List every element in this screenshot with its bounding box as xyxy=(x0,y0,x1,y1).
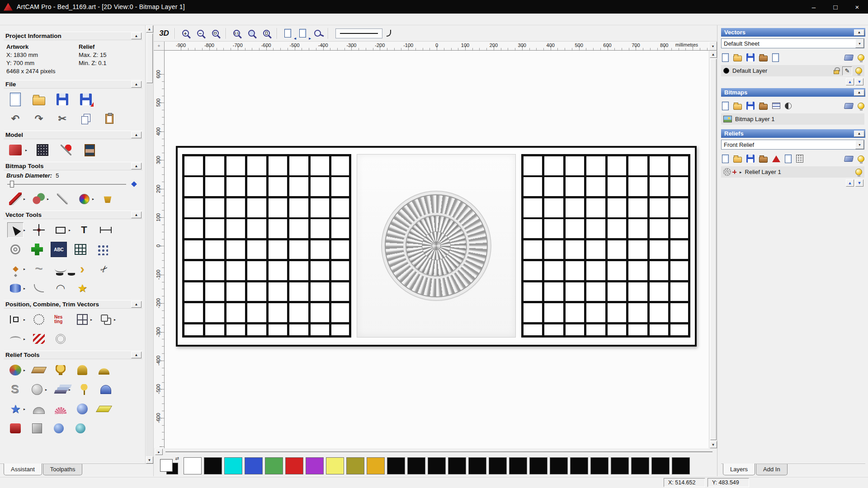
edit-layer-button[interactable]: ✎ xyxy=(842,66,852,75)
next-view-button[interactable]: ▸ xyxy=(296,27,309,40)
new-model-button[interactable] xyxy=(7,92,24,107)
palette-swatch[interactable] xyxy=(346,457,364,474)
set-position-button[interactable] xyxy=(58,142,74,158)
zoom-1to1-button[interactable]: 1:1 xyxy=(230,27,243,40)
import-bitmap-button[interactable] xyxy=(759,104,768,110)
block-copy-button[interactable] xyxy=(74,312,90,327)
scroll-track[interactable] xyxy=(146,33,153,456)
line-width-preview[interactable] xyxy=(335,28,382,38)
collapse-bitmap-tools-button[interactable]: ▲ xyxy=(131,163,142,169)
edit-model-button[interactable] xyxy=(7,142,24,158)
create-arc-button[interactable]: ◠ xyxy=(52,281,69,296)
align-vectors-button[interactable] xyxy=(7,312,24,327)
import-export-button[interactable] xyxy=(78,92,94,107)
palette-swatch[interactable] xyxy=(590,457,609,474)
group-vectors-button[interactable] xyxy=(98,312,114,327)
zoom-box-button[interactable] xyxy=(208,27,222,40)
palette-swatch[interactable] xyxy=(245,457,263,474)
open-vector-layer-button[interactable] xyxy=(733,56,742,61)
paint-selective-button[interactable] xyxy=(31,191,47,206)
import-vectors-button[interactable] xyxy=(759,56,768,61)
palette-swatch[interactable] xyxy=(204,457,222,474)
palette-swatch[interactable] xyxy=(407,457,425,474)
undo-button[interactable]: ↶ xyxy=(7,111,24,127)
clipped-tool-2[interactable] xyxy=(29,421,45,436)
artwork-bed-design[interactable] xyxy=(176,146,697,347)
transform-vectors-button[interactable] xyxy=(31,222,47,238)
greyscale-view-button[interactable] xyxy=(34,142,51,158)
canvas-scroll-down-button[interactable]: ▼ xyxy=(710,441,717,448)
palette-swatch[interactable] xyxy=(509,457,527,474)
scroll-down-button[interactable]: ▼ xyxy=(146,456,153,464)
open-bitmap-layer-button[interactable] xyxy=(733,104,742,110)
swap-colors-icon[interactable]: ⇄ xyxy=(175,456,179,461)
move-layer-up-button[interactable]: ▲ xyxy=(846,78,854,85)
collapse-reliefs-button[interactable]: ▲ xyxy=(854,131,864,137)
smoothing-button[interactable] xyxy=(31,362,47,378)
delete-bitmap-layer-button[interactable] xyxy=(844,103,854,109)
open-model-button[interactable] xyxy=(31,92,47,107)
canvas-scroll-thumb[interactable] xyxy=(710,59,717,440)
sheet-dropdown-arrow[interactable]: ▼ xyxy=(855,39,864,48)
expand-relief-layer-button[interactable]: ▸ xyxy=(740,170,742,174)
direction-arrow-button[interactable]: › xyxy=(74,261,90,277)
measure-button[interactable] xyxy=(98,222,114,238)
close-button[interactable]: × xyxy=(846,0,868,14)
copy-vector-layer-button[interactable] xyxy=(772,53,779,62)
lock-icon[interactable] xyxy=(834,70,839,74)
transfer-relief-button[interactable] xyxy=(772,155,780,162)
save-model-button[interactable] xyxy=(54,92,71,107)
zoom-page-button[interactable] xyxy=(259,27,273,40)
vector-layer-name[interactable]: Default Layer xyxy=(732,67,767,74)
paint-button[interactable] xyxy=(7,191,24,206)
new-vector-layer-button[interactable] xyxy=(722,53,729,62)
palette-swatch[interactable] xyxy=(306,457,324,474)
create-rectangle-button[interactable] xyxy=(52,222,69,238)
extrude-tool-button[interactable] xyxy=(7,281,24,296)
emboss-relief-button[interactable] xyxy=(74,362,90,378)
mirror-vectors-button[interactable] xyxy=(7,331,24,347)
palette-swatch[interactable] xyxy=(326,457,344,474)
canvas-scroll-up-button[interactable]: ▲ xyxy=(710,51,717,58)
minimize-button[interactable]: – xyxy=(803,0,825,14)
face-wizard-button[interactable] xyxy=(81,142,98,158)
palette-swatch[interactable] xyxy=(387,457,405,474)
bitmap-layer-name[interactable]: Bitmap Layer 1 xyxy=(735,116,774,122)
tab-toolpaths[interactable]: Toolpaths xyxy=(43,464,83,475)
canvas-2d-view[interactable] xyxy=(165,51,709,448)
toggle-all-reliefs-button[interactable] xyxy=(858,155,864,162)
attach-relief-button[interactable] xyxy=(76,382,92,397)
clipped-tool-3[interactable] xyxy=(51,421,67,436)
canvas-horizontal-scrollbar[interactable] xyxy=(165,451,712,452)
previous-view-button[interactable]: ◂ xyxy=(281,27,294,40)
palette-swatch[interactable] xyxy=(224,457,242,474)
redo-button[interactable]: ↷ xyxy=(31,111,47,127)
toggle-all-bitmaps-button[interactable] xyxy=(858,103,864,109)
new-relief-layer-button[interactable] xyxy=(722,155,729,163)
collapse-relief-tools-button[interactable]: ▲ xyxy=(131,352,142,358)
scroll-thumb[interactable] xyxy=(146,33,153,83)
zoom-selection-button[interactable] xyxy=(311,27,324,40)
zoom-objects-button[interactable] xyxy=(245,27,258,40)
array-copy-button[interactable] xyxy=(94,242,110,257)
bitmap-layer-row[interactable]: Bitmap Layer 1 xyxy=(721,113,864,125)
palette-swatch[interactable] xyxy=(265,457,283,474)
save-vector-layer-button[interactable] xyxy=(746,53,755,61)
tab-assistant[interactable]: Assistant xyxy=(4,464,42,475)
maximize-button[interactable]: □ xyxy=(825,0,846,14)
relief-select[interactable]: Front Relief ▼ xyxy=(721,140,864,150)
star-relief-button[interactable]: ★ xyxy=(7,401,24,417)
scroll-up-button[interactable]: ▲ xyxy=(146,25,153,33)
text-on-curve-button[interactable]: ABC xyxy=(51,242,67,257)
copy-button[interactable] xyxy=(78,111,94,127)
relief-layer-name[interactable]: Relief Layer 1 xyxy=(745,169,781,175)
collapse-vector-tools-button[interactable]: ▲ xyxy=(131,211,142,218)
palette-swatch[interactable] xyxy=(672,457,690,474)
collapse-project-info-button[interactable]: ▲ xyxy=(131,33,142,39)
envelope-relief-button[interactable] xyxy=(98,382,114,397)
canvas-pan-button[interactable]: ▸ xyxy=(155,449,163,455)
trim-vectors-button[interactable]: ✂ xyxy=(96,261,112,277)
clipped-tool-4[interactable] xyxy=(72,421,89,436)
shape-editor-button[interactable] xyxy=(52,362,69,378)
move-layer-down-button[interactable]: ▼ xyxy=(855,78,863,85)
